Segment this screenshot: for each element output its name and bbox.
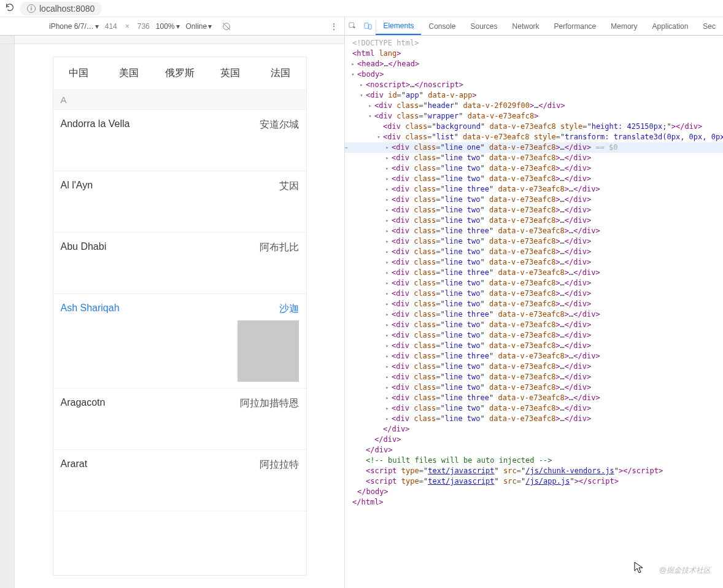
list-item[interactable]: Ararat阿拉拉特: [53, 450, 306, 511]
device-toolbar: iPhone 6/7/… ▾ 414 × 736 100% ▾ Online ▾…: [0, 17, 344, 36]
device-preview-pane: iPhone 6/7/… ▾ 414 × 736 100% ▾ Online ▾…: [0, 17, 345, 588]
devtools-tab-application[interactable]: Application: [645, 17, 696, 35]
item-zh: 阿布扎比: [260, 241, 299, 254]
devtools-tab-network[interactable]: Network: [505, 17, 547, 35]
ruler-horizontal: [0, 36, 344, 44]
list-item[interactable]: Ash Shariqah沙迦: [53, 294, 306, 389]
devtools-tab-sources[interactable]: Sources: [463, 17, 505, 35]
svg-rect-3: [365, 23, 368, 29]
url-text: localhost:8080: [39, 4, 95, 14]
item-thumbnail: [238, 320, 299, 382]
app-tabs: 中国美国俄罗斯英国法国: [53, 57, 306, 90]
devtools-tab-console[interactable]: Console: [421, 17, 463, 35]
list-item[interactable]: Al l'Ayn艾因: [53, 171, 306, 233]
section-header: A: [53, 90, 306, 110]
item-en: Ash Shariqah: [61, 303, 120, 315]
device-height[interactable]: 736: [137, 22, 150, 31]
ruler-vertical: [0, 44, 15, 588]
devtools-tab-performance[interactable]: Performance: [547, 17, 604, 35]
devtools-tab-elements[interactable]: Elements: [376, 17, 421, 35]
chevron-down-icon: ▾: [95, 22, 99, 31]
item-zh: 安道尔城: [260, 118, 299, 131]
list-item[interactable]: Aragacotn阿拉加措特恩: [53, 389, 306, 450]
devtools-tabs: ElementsConsoleSourcesNetworkPerformance…: [345, 17, 723, 36]
app-list[interactable]: Andorra la Vella安道尔城Al l'Ayn艾因Abu Dhabi阿…: [53, 110, 306, 511]
watermark: @掘金技术社区: [659, 565, 711, 576]
item-zh: 阿拉拉特: [260, 458, 299, 471]
item-zh: 阿拉加措特恩: [240, 397, 299, 410]
browser-toolbar: i localhost:8080: [0, 0, 723, 17]
item-en: Al l'Ayn: [61, 180, 93, 193]
devtools-tab-memory[interactable]: Memory: [603, 17, 644, 35]
app-tab[interactable]: 美国: [104, 57, 154, 90]
item-zh: 沙迦: [279, 303, 299, 315]
address-bar[interactable]: i localhost:8080: [20, 2, 102, 15]
kebab-icon[interactable]: ⋮: [330, 22, 338, 31]
chevron-down-icon: ▾: [176, 22, 180, 31]
info-icon: i: [27, 4, 36, 13]
throttle-select[interactable]: Online ▾: [186, 22, 212, 31]
times-icon: ×: [125, 22, 130, 31]
app-tab[interactable]: 中国: [53, 57, 104, 90]
devtools-pane: ElementsConsoleSourcesNetworkPerformance…: [345, 17, 723, 588]
inspect-icon[interactable]: [345, 17, 360, 35]
rotate-icon[interactable]: [222, 21, 231, 31]
item-en: Andorra la Vella: [61, 118, 130, 131]
app-tab[interactable]: 俄罗斯: [154, 57, 204, 90]
device-mode-icon[interactable]: [360, 17, 376, 35]
app-tab[interactable]: 英国: [205, 57, 255, 90]
list-item[interactable]: Andorra la Vella安道尔城: [53, 110, 306, 171]
app-tab[interactable]: 法国: [255, 57, 306, 90]
item-en: Abu Dhabi: [61, 241, 107, 254]
device-select[interactable]: iPhone 6/7/… ▾: [49, 22, 99, 31]
item-en: Ararat: [61, 458, 88, 471]
device-width[interactable]: 414: [105, 22, 117, 31]
chevron-down-icon: ▾: [208, 22, 212, 31]
device-frame: 中国美国俄罗斯英国法国 A Andorra la Vella安道尔城Al l'A…: [53, 56, 307, 576]
svg-rect-2: [349, 23, 354, 28]
item-zh: 艾因: [279, 180, 299, 193]
svg-rect-4: [368, 25, 371, 29]
elements-tree[interactable]: <!DOCTYPE html><html lang>▸<head>…</head…: [345, 36, 723, 588]
zoom-select[interactable]: 100% ▾: [156, 22, 180, 31]
list-item[interactable]: Abu Dhabi阿布扎比: [53, 233, 306, 294]
devtools-tab-sec[interactable]: Sec: [695, 17, 723, 35]
item-en: Aragacotn: [61, 397, 106, 410]
svg-line-1: [223, 23, 230, 30]
reload-icon[interactable]: [5, 2, 15, 14]
